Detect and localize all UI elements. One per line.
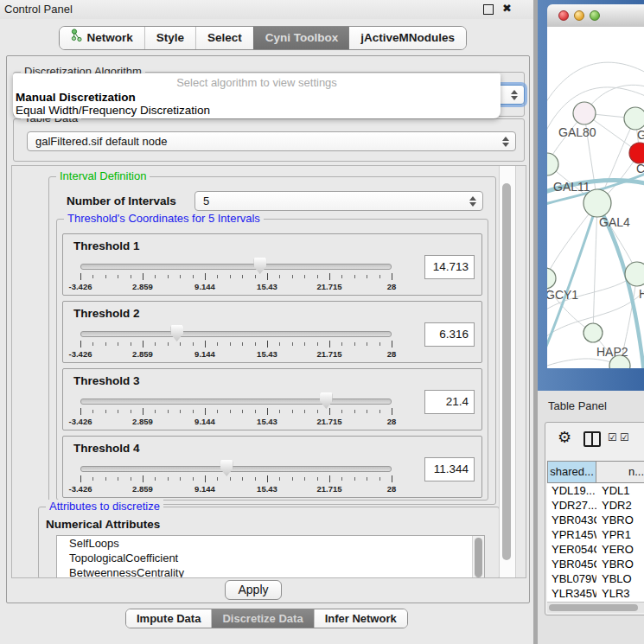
combobox-value: 5 [203,192,209,210]
table-cell[interactable]: YDR2 [596,498,644,513]
settings-vertical-scrollbar[interactable] [499,166,516,577]
attribute-list-item[interactable]: SelfLoops [57,536,484,551]
table-cell[interactable]: YBLO [596,571,644,586]
num-intervals-combobox[interactable]: 5 [194,191,483,211]
close-icon[interactable]: ✖ [502,2,512,15]
node-right-mid [625,262,644,286]
table-row[interactable]: YDR27...YDR2 [547,498,644,513]
threshold-value-field[interactable]: 21.4 [424,390,475,414]
table-cell[interactable]: YDL1 [596,483,644,498]
num-intervals-label: Number of Intervals [67,194,176,207]
numerical-attributes-list[interactable]: SelfLoopsTopologicalCoefficientBetweenne… [56,535,485,578]
threshold-value-field[interactable]: 6.316 [424,322,475,347]
apply-button[interactable]: Apply [225,580,282,600]
table-panel: Table Panel ⚙ ☑ ☑ shared... n... YDL19..… [538,391,644,644]
table-horizontal-scrollbar[interactable] [547,602,644,613]
list-scrollbar[interactable] [472,536,484,578]
node-label: GAL11 [553,180,590,194]
slider-thumb[interactable] [320,392,333,409]
node-gal80 [573,102,596,124]
table-row[interactable]: YBR043CYBRO [547,513,644,527]
slider-thumb[interactable] [170,325,183,341]
tab-style[interactable]: Style [144,27,195,49]
network-canvas[interactable]: GAL80 GA C GAL11 GAL4 GCY1 H HAP2 [547,27,644,368]
table-cell[interactable]: YBRO [596,557,644,571]
network-window-titlebar[interactable] [547,4,644,28]
dropdown-option-equal-width[interactable]: Equal Width/Frequency Discretization [13,104,501,117]
tab-discretize-data[interactable]: Discretize Data [211,609,313,628]
threshold-slider[interactable]: -3.4262.8599.14415.4321.71528 [80,326,392,360]
table-cell[interactable]: YDL19... [547,483,596,498]
numerical-attributes-label: Numerical Attributes [46,518,160,531]
table-data-combobox[interactable]: galFiltered.sif default node [27,131,516,151]
tab-select[interactable]: Select [195,27,253,49]
slider-ticks [80,475,392,483]
table-cell[interactable]: YDR27... [547,498,596,513]
node-red [629,143,644,163]
table-row[interactable]: YBR045CYBRO [547,557,644,571]
gear-icon[interactable]: ⚙ [558,428,571,446]
slider-track[interactable] [80,399,392,405]
table-cell[interactable]: YPR1 [596,527,644,542]
column-header-shared-name[interactable]: shared... [547,461,596,483]
threshold-value-field[interactable]: 11.344 [424,457,475,481]
checkbox-icon[interactable]: ☑ [608,431,617,443]
minimize-traffic-light-icon[interactable] [574,10,584,21]
dropdown-option-manual[interactable]: Manual Discretization [13,91,501,104]
node-table: shared... n... YDL19...YDL1YDR27...YDR2Y… [547,461,644,613]
table-cell[interactable]: YBR043C [547,513,596,527]
dropdown-placeholder: Select algorithm to view settings [13,76,501,91]
table-row[interactable]: YBL079WYBLO [547,571,644,586]
threshold-slider[interactable]: -3.4262.8599.14415.4321.71528 [80,258,392,293]
attribute-list-item[interactable]: TopologicalCoefficient [57,551,484,565]
table-cell[interactable]: YLR345W [547,586,596,601]
table-row[interactable]: YLR345WYLR3 [547,586,644,601]
zoom-traffic-light-icon[interactable] [590,10,600,21]
threshold-slider[interactable]: -3.4262.8599.14415.4321.71528 [80,393,392,428]
tab-jactivemnodules[interactable]: jActiveMNodules [349,27,466,49]
table-cell[interactable]: YERO [596,542,644,557]
threshold-4-panel: Threshold 4 -3.4262.8599.14415.4321.7152… [62,436,482,498]
threshold-2-panel: Threshold 2 -3.4262.8599.14415.4321.7152… [62,301,482,363]
table-row[interactable]: YPR145WYPR1 [547,527,644,542]
stepper-arrows-icon [469,196,476,207]
float-window-icon[interactable] [483,4,494,15]
column-layout-icon[interactable] [583,431,601,447]
slider-thumb[interactable] [220,460,233,476]
threshold-label: Threshold 1 [73,239,140,252]
network-view-window[interactable]: GAL80 GA C GAL11 GAL4 GCY1 H HAP2 [538,0,644,391]
table-cell[interactable]: YER054C [547,542,596,557]
top-tab-bar: Network Style Select Cyni Toolbox jActiv… [58,26,467,50]
table-cell[interactable]: YBR045C [547,557,596,571]
table-cell[interactable]: YBL079W [547,571,596,586]
slider-thumb[interactable] [253,258,266,274]
slider-track[interactable] [80,331,392,337]
checkbox-icon[interactable]: ☑ [620,431,629,443]
control-panel: Control Panel ✖ Network Style Select [0,0,533,644]
close-traffic-light-icon[interactable] [558,10,569,21]
table-cell[interactable]: YLR3 [596,586,644,601]
table-row[interactable]: YER054CYERO [547,542,644,557]
slider-track[interactable] [80,466,392,472]
slider-tick-labels: -3.4262.8599.14415.4321.71528 [80,282,392,292]
table-cell[interactable]: YPR145W [547,527,596,542]
table-row[interactable]: YDL19...YDL1 [547,483,644,498]
node-right-top [624,107,644,130]
group-label: Threshold's Coordinates for 5 Intervals [64,212,264,225]
node-label: GA [637,128,644,142]
table-cell[interactable]: YBRO [596,513,644,527]
threshold-slider[interactable]: -3.4262.8599.14415.4321.71528 [80,461,392,495]
attribute-list-item[interactable]: BetweennessCentrality [57,565,484,578]
column-header-name[interactable]: n... [596,461,644,483]
tab-cyni-toolbox[interactable]: Cyni Toolbox [253,27,350,49]
right-column: GAL80 GA C GAL11 GAL4 GCY1 H HAP2 Table … [538,0,644,644]
tab-impute-data[interactable]: Impute Data [126,609,211,628]
tab-infer-network[interactable]: Infer Network [314,609,407,628]
tab-network[interactable]: Network [59,27,143,49]
threshold-value-field[interactable]: 14.713 [424,255,475,279]
node-label: GAL4 [599,215,630,229]
slider-track[interactable] [80,264,392,270]
slider-tick-labels: -3.4262.8599.14415.4321.71528 [80,349,392,360]
tab-label: Network [86,27,132,49]
threshold-label: Threshold 4 [73,442,140,455]
